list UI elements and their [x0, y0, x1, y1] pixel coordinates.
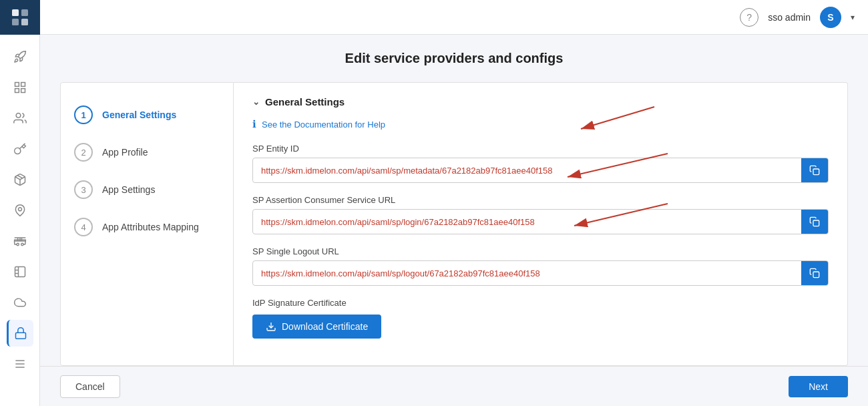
username-label: sso admin	[768, 12, 811, 23]
help-icon[interactable]: ?	[740, 8, 758, 27]
sp-logout-url-input-row	[252, 260, 829, 286]
svg-rect-4	[15, 83, 19, 87]
topbar: ? sso admin S ▾	[40, 0, 868, 35]
svg-rect-19	[813, 272, 819, 278]
svg-rect-18	[813, 220, 819, 226]
sidebar-icon-dashboard[interactable]	[7, 74, 33, 101]
sidebar	[0, 0, 40, 406]
step-1-general-settings[interactable]: 1 General Settings	[61, 96, 233, 134]
doc-link[interactable]: ℹ See the Documentation for Help	[252, 118, 829, 130]
doc-link-label: See the Documentation for Help	[262, 120, 385, 130]
next-button[interactable]: Next	[789, 376, 848, 397]
main-content: ? sso admin S ▾ Edit service providers a…	[40, 0, 868, 406]
sp-acs-url-label: SP Assertion Consumer Service URL	[252, 195, 829, 205]
cancel-button[interactable]: Cancel	[60, 375, 120, 398]
sidebar-icon-rocket[interactable]	[7, 43, 33, 70]
step-3-app-settings[interactable]: 3 App Settings	[61, 171, 233, 208]
sp-logout-url-input[interactable]	[253, 263, 801, 284]
sp-logout-url-label: SP Single Logout URL	[252, 246, 829, 256]
svg-point-9	[18, 208, 21, 211]
idp-cert-label: IdP Signature Certificate	[252, 298, 829, 308]
wizard-body: 1 General Settings 2 App Profile 3 App S…	[60, 82, 848, 366]
svg-rect-13	[16, 333, 26, 339]
step-4-label: App Attributes Mapping	[102, 222, 199, 232]
download-certificate-label: Download Certificate	[282, 321, 368, 332]
svg-rect-12	[15, 267, 25, 277]
sidebar-icon-bus[interactable]	[7, 228, 33, 254]
sp-logout-url-group: SP Single Logout URL	[252, 246, 829, 286]
sp-acs-url-copy-button[interactable]	[801, 210, 828, 234]
svg-point-10	[17, 243, 19, 245]
svg-rect-0	[12, 9, 19, 16]
svg-point-8	[16, 114, 21, 118]
step-4-number: 4	[74, 218, 93, 236]
sp-acs-url-input[interactable]	[253, 212, 801, 232]
steps-panel: 1 General Settings 2 App Profile 3 App S…	[60, 82, 234, 366]
svg-point-11	[21, 243, 23, 245]
sp-entity-id-copy-button[interactable]	[801, 158, 828, 182]
section-title: General Settings	[265, 96, 345, 108]
sp-entity-id-input-row	[252, 158, 829, 183]
info-icon: ℹ	[252, 118, 256, 130]
step-3-number: 3	[74, 180, 93, 199]
sidebar-icon-users[interactable]	[7, 105, 33, 132]
step-2-number: 2	[74, 143, 93, 162]
sidebar-icon-cloud[interactable]	[7, 289, 33, 316]
sidebar-icon-location[interactable]	[7, 197, 33, 224]
sp-entity-id-group: SP Entity ID	[252, 144, 829, 183]
step-2-app-profile[interactable]: 2 App Profile	[61, 134, 233, 171]
sidebar-icon-lock[interactable]	[7, 320, 33, 347]
page-title: Edit service providers and configs	[60, 51, 848, 66]
step-4-app-attributes[interactable]: 4 App Attributes Mapping	[61, 208, 233, 246]
step-2-label: App Profile	[102, 147, 148, 158]
footer: Cancel Next	[40, 366, 868, 406]
sidebar-icon-key[interactable]	[7, 136, 33, 162]
section-collapse-icon[interactable]: ⌄	[252, 97, 260, 107]
step-1-number: 1	[74, 106, 93, 124]
sp-entity-id-label: SP Entity ID	[252, 144, 829, 154]
sp-acs-url-group: SP Assertion Consumer Service URL	[252, 195, 829, 234]
form-panel: ⌄ General Settings ℹ See the Documentati…	[234, 82, 848, 366]
svg-rect-3	[21, 19, 28, 25]
svg-rect-2	[12, 19, 19, 25]
sp-entity-id-input[interactable]	[253, 160, 801, 181]
svg-rect-1	[21, 9, 28, 16]
sidebar-icon-menu[interactable]	[7, 351, 33, 377]
sidebar-icon-package[interactable]	[7, 166, 33, 193]
sidebar-icon-grid2[interactable]	[7, 258, 33, 285]
step-1-label: General Settings	[102, 110, 176, 120]
step-3-label: App Settings	[102, 184, 155, 195]
download-certificate-button[interactable]: Download Certificate	[252, 315, 381, 339]
idp-cert-group: IdP Signature Certificate Download Certi…	[252, 298, 829, 339]
section-header: ⌄ General Settings	[252, 96, 829, 108]
svg-rect-6	[15, 89, 19, 93]
sp-logout-url-copy-button[interactable]	[801, 261, 828, 285]
svg-rect-7	[21, 89, 25, 93]
sidebar-logo	[0, 0, 40, 35]
svg-rect-5	[21, 83, 25, 87]
content-area: Edit service providers and configs 1 Gen…	[40, 35, 868, 366]
avatar: S	[820, 7, 841, 28]
user-menu-chevron[interactable]: ▾	[851, 13, 855, 22]
sp-acs-url-input-row	[252, 209, 829, 234]
svg-rect-17	[813, 169, 819, 175]
